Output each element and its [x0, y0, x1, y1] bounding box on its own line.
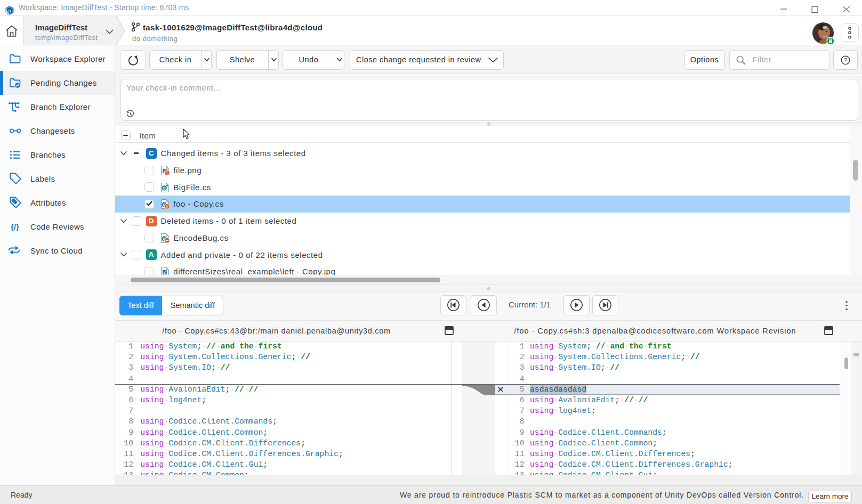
svg-text:?: ? [844, 57, 847, 63]
svg-text:c: c [163, 185, 166, 191]
svg-text:D: D [8, 9, 11, 13]
svg-text:{/}: {/} [11, 222, 19, 231]
